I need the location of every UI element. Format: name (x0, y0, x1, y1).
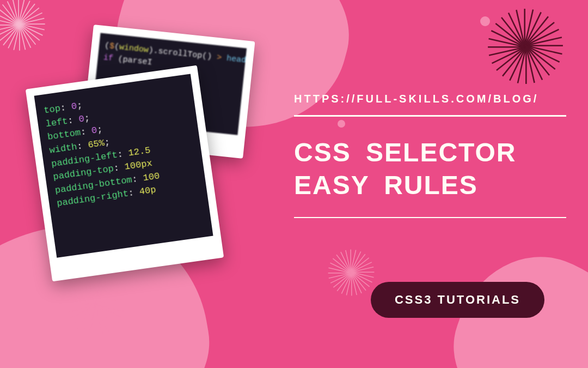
divider (294, 217, 566, 218)
divider (294, 115, 566, 117)
badge-container: CSS3 Tutorials (371, 282, 544, 318)
category-badge: CSS3 Tutorials (371, 282, 544, 318)
content-block: https://full-skills.com/blog/ CSS Select… (294, 93, 566, 238)
url-text: https://full-skills.com/blog/ (294, 93, 566, 105)
code-snippet-front: top: 0; left: 0; bottom: 0; width: 65%; … (34, 74, 209, 221)
polaroid-front: top: 0; left: 0; bottom: 0; width: 65%; … (26, 65, 224, 282)
main-title: CSS Selector Easy Rules (294, 136, 566, 202)
starburst-icon (65, 275, 125, 335)
starburst-icon (0, 0, 46, 52)
starburst-icon (327, 249, 375, 297)
starburst-icon (487, 8, 565, 86)
